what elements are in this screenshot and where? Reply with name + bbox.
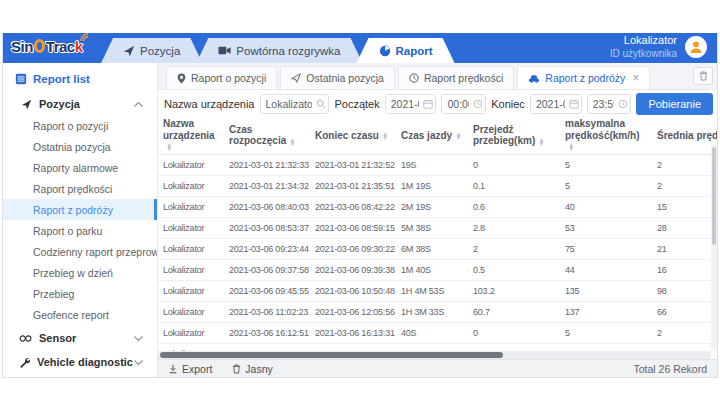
top-bar: SinTrack Pozycja Powtórna rozgrywka Rapo… <box>3 33 717 63</box>
table-row[interactable]: Lokalizator 2021-03-06 16:12:51 2021-03-… <box>158 322 717 343</box>
app-logo: SinTrack <box>3 33 89 63</box>
table-row[interactable]: Lokalizator 2021-03-06 09:23:44 2021-03-… <box>158 238 717 259</box>
cell-distance: 2.8 <box>468 217 560 238</box>
sidebar-item-raport-z-podrozy[interactable]: Raport z podróży <box>3 199 157 220</box>
end-label: Koniec <box>491 98 525 110</box>
clock-icon <box>409 73 419 83</box>
sidebar-item-przebieg-w-dzien[interactable]: Przebieg w dzień <box>3 262 157 283</box>
cell-avg-speed: 15 <box>652 196 717 217</box>
cell-device: Lokalizator <box>158 196 224 217</box>
cell-start: 2021-03-01 21:34:32 <box>224 175 310 196</box>
sidebar-item-geofence-report[interactable]: Geofence report <box>3 304 157 325</box>
vertical-scrollbar[interactable] <box>711 144 717 351</box>
download-button[interactable]: Pobieranie <box>636 93 713 115</box>
avatar[interactable] <box>685 36 707 58</box>
column-header-device[interactable]: Nazwa urządzenia▲▼ <box>158 117 224 154</box>
filter-bar: Nazwa urządzenia Początek Koniec <box>158 90 717 117</box>
cell-device: Lokalizator <box>158 217 224 238</box>
horizontal-scrollbar[interactable] <box>158 351 711 359</box>
table-row[interactable]: Lokalizator 2021-03-06 08:53:37 2021-03-… <box>158 217 717 238</box>
sidebar-section-vehicle-diagnostic[interactable]: Vehicle diagnostic <box>3 351 157 373</box>
logo-o-ring-icon <box>34 39 45 53</box>
cell-distance: 103.2 <box>468 280 560 301</box>
cell-device: Lokalizator <box>158 322 224 343</box>
cell-duration: 19S <box>396 154 468 175</box>
sidebar-item-raport-o-pozycji[interactable]: Raport o pozycji <box>3 115 157 136</box>
start-label: Początek <box>334 98 379 110</box>
cell-device: Lokalizator <box>158 154 224 175</box>
horizontal-scrollbar-thumb[interactable] <box>160 352 503 358</box>
cell-end: 2021-03-06 10:50:48 <box>310 280 396 301</box>
user-box[interactable]: Lokalizator ID użytkownika <box>610 34 717 63</box>
report-tab-raport-o-pozycji[interactable]: Raport o pozycji <box>166 66 277 89</box>
report-tab-raport-z-podrozy[interactable]: Raport z podróży × <box>517 66 650 89</box>
cell-avg-speed: 16 <box>652 259 717 280</box>
table-row[interactable]: Lokalizator 2021-03-06 11:02:23 2021-03-… <box>158 301 717 322</box>
table-header-row: Nazwa urządzenia▲▼ Czas rozpoczęcia▲▼ Ko… <box>158 117 717 154</box>
sidebar-title: Report list <box>3 69 157 93</box>
clear-button[interactable]: Jasny <box>232 363 272 375</box>
total-records: Total 26 Rekord <box>633 363 707 375</box>
link-icon <box>19 334 32 343</box>
cell-duration: 1M 19S <box>396 175 468 196</box>
column-header-end[interactable]: Koniec czasu▲▼ <box>310 117 396 154</box>
report-tab-strip: Raport o pozycji Ostatnia pozycja Raport… <box>158 63 717 90</box>
report-tab-raport-predkosci[interactable]: Raport prędkości <box>398 66 514 89</box>
cell-duration: 1H 4M 53S <box>396 280 468 301</box>
calendar-icon <box>423 99 433 109</box>
cell-end: 2021-03-06 08:42:22 <box>310 196 396 217</box>
sidebar-item-raporty-alarmowe[interactable]: Raporty alarmowe <box>3 157 157 178</box>
report-table-wrap: Nazwa urządzenia▲▼ Czas rozpoczęcia▲▼ Ko… <box>158 117 717 359</box>
logo-text-k: k <box>75 38 83 55</box>
paper-plane-icon <box>291 73 301 83</box>
tab-raport[interactable]: Raport <box>357 38 455 63</box>
cell-end: 2021-03-06 09:30:22 <box>310 238 396 259</box>
column-header-max-speed[interactable]: maksymalna prędkość(km/h)▲▼ <box>560 117 652 154</box>
sidebar-item-raport-predkosci[interactable]: Raport prędkości <box>3 178 157 199</box>
pie-chart-icon <box>379 45 391 57</box>
column-header-duration[interactable]: Czas jazdy▲▼ <box>396 117 468 154</box>
sidebar-item-przebieg[interactable]: Przebieg <box>3 283 157 304</box>
sidebar-section-sensor[interactable]: Sensor <box>3 327 157 349</box>
person-icon <box>688 39 704 55</box>
column-header-avg-speed[interactable]: Średnia prędkość(km/h) <box>652 117 717 154</box>
sidebar-group-pozycja[interactable]: Pozycja <box>3 93 157 115</box>
close-icon[interactable]: × <box>632 72 639 84</box>
tab-pozycja[interactable]: Pozycja <box>101 38 202 63</box>
table-row[interactable]: Lokalizator 2021-03-06 09:45:55 2021-03-… <box>158 280 717 301</box>
cell-duration: 5M 38S <box>396 217 468 238</box>
clear-tabs-button[interactable] <box>693 67 713 85</box>
tab-powtorna-rozgrywka[interactable]: Powtórna rozgrywka <box>196 38 362 63</box>
table-row[interactable]: Lokalizator 2021-03-01 21:32:33 2021-03-… <box>158 154 717 175</box>
cell-distance: 0.5 <box>468 259 560 280</box>
sidebar-item-ostatnia-pozycja[interactable]: Ostatnia pozycja <box>3 136 157 157</box>
clock-icon <box>473 99 483 109</box>
paper-plane-icon <box>21 99 32 110</box>
sort-icon: ▲▼ <box>568 143 574 151</box>
cell-avg-speed: 66 <box>652 301 717 322</box>
sidebar-item-raport-o-parku[interactable]: Raport o parku <box>3 220 157 241</box>
export-button[interactable]: Export <box>168 363 212 375</box>
column-header-start[interactable]: Czas rozpoczęcia▲▼ <box>224 117 310 154</box>
table-row[interactable]: Lokalizator 2021-03-06 08:40:03 2021-03-… <box>158 196 717 217</box>
sidebar-item-codzienny-raport[interactable]: Codzienny raport przeprowadzk... <box>3 241 157 262</box>
cell-duration: 1H 3M 33S <box>396 301 468 322</box>
cell-start: 2021-03-06 16:12:51 <box>224 322 310 343</box>
trash-icon <box>699 71 708 81</box>
vertical-scrollbar-thumb[interactable] <box>712 147 716 245</box>
cell-device: Lokalizator <box>158 238 224 259</box>
cell-distance: 0 <box>468 322 560 343</box>
table-row[interactable]: Lokalizator 2021-03-01 21:34:32 2021-03-… <box>158 175 717 196</box>
cell-duration: 6M 38S <box>396 238 468 259</box>
column-header-distance[interactable]: Przejedź przebieg(km)▲▼ <box>468 117 560 154</box>
logo-text-trac: Trac <box>46 38 75 55</box>
sort-icon: ▲▼ <box>166 143 172 151</box>
cell-distance: 0.1 <box>468 175 560 196</box>
cell-start: 2021-03-06 09:23:44 <box>224 238 310 259</box>
cell-max-speed: 44 <box>560 259 652 280</box>
report-tab-ostatnia-pozycja[interactable]: Ostatnia pozycja <box>280 66 395 89</box>
search-icon <box>316 99 326 109</box>
cell-max-speed: 137 <box>560 301 652 322</box>
chevron-down-icon <box>134 360 143 365</box>
table-row[interactable]: Lokalizator 2021-03-06 09:37:58 2021-03-… <box>158 259 717 280</box>
